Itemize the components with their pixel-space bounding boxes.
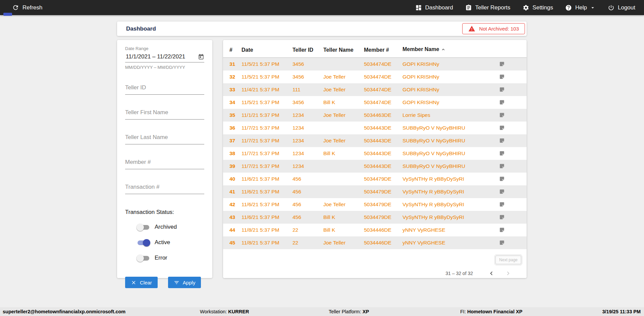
teller-id-cell: 3456 (286, 58, 317, 71)
transaction-number-input[interactable] (125, 182, 204, 194)
nav-help[interactable]: Help (565, 4, 596, 11)
filter-panel: Date Range MM/DD/YYYY – MM/DD/YYYY Trans… (117, 40, 212, 278)
date-range-label: Date Range (125, 46, 204, 51)
archived-toggle-row: Archived (137, 223, 204, 231)
column-header-number[interactable]: # (223, 42, 235, 58)
next-page-icon[interactable] (504, 270, 512, 277)
table-row[interactable]: 3811/7/21 5:37 PM1234Bill K5034443DESUBB… (223, 147, 527, 160)
row-number-cell: 37 (223, 134, 235, 147)
member-name-cell: VySyNTHy R yBByDySyRI (396, 173, 493, 185)
note-icon[interactable] (493, 122, 527, 134)
table-row[interactable]: 4511/8/21 5:37 PM22Joe Teller5034446DEyN… (223, 236, 527, 249)
note-icon[interactable] (493, 211, 527, 224)
transactions-table: # Date Teller ID Teller Name Member # Me… (223, 42, 527, 249)
nav-logout[interactable]: Logout (608, 4, 635, 11)
member-number-cell: 5034479DE (358, 211, 396, 224)
next-page-button[interactable]: Next page (495, 256, 521, 264)
page-header-card: Dashboard Not Archived: 103 (117, 21, 527, 36)
note-icon[interactable] (493, 109, 527, 122)
date-cell: 11/1/21 5:37 PM (235, 109, 286, 122)
table-row[interactable]: 4111/6/21 5:37 PM4565034479DEVySyNTHy R … (223, 185, 527, 198)
table-row[interactable]: 3411/5/21 5:37 PM3456Bill K5034474DEGOPI… (223, 96, 527, 109)
note-icon[interactable] (493, 134, 527, 147)
row-number-cell: 42 (223, 198, 235, 211)
nav-teller-reports[interactable]: Teller Reports (465, 4, 511, 11)
table-row[interactable]: 3111/5/21 5:37 PM34565034474DEGOPI KRISH… (223, 58, 527, 71)
note-icon[interactable] (493, 224, 527, 236)
note-icon[interactable] (493, 147, 527, 160)
clear-button[interactable]: Clear (125, 277, 158, 288)
table-row[interactable]: 3611/7/21 5:37 PM12345034443DESUBByRyO V… (223, 122, 527, 134)
dashboard-icon (415, 4, 422, 11)
pagination-range: 31 – 32 of 32 (445, 271, 473, 276)
row-number-cell: 32 (223, 71, 235, 83)
row-number-cell: 38 (223, 147, 235, 160)
note-icon[interactable] (493, 83, 527, 96)
note-icon[interactable] (493, 71, 527, 83)
column-header-teller-name[interactable]: Teller Name (317, 42, 358, 58)
teller-id-input[interactable] (125, 83, 204, 95)
teller-first-name-input[interactable] (125, 107, 204, 120)
table-row[interactable]: 3211/5/21 5:37 PM3456Joe Teller5034474DE… (223, 71, 527, 83)
member-name-cell: GOPI KRISHNy (396, 83, 493, 96)
note-icon[interactable] (493, 236, 527, 249)
member-name-cell: Lorrie Sipes (396, 109, 493, 122)
teller-last-name-input[interactable] (125, 132, 204, 144)
note-icon[interactable] (493, 185, 527, 198)
member-number-cell: 5034474DE (358, 96, 396, 109)
teller-name-cell: Bill K (317, 96, 358, 109)
table-row[interactable]: 3511/1/21 5:37 PM1234Joe Teller5034463DE… (223, 109, 527, 122)
note-icon[interactable] (493, 160, 527, 173)
table-row[interactable]: 3311/4/21 5:37 PM111Joe Teller5034474DEG… (223, 83, 527, 96)
nav-settings[interactable]: Settings (523, 4, 553, 11)
previous-page-icon[interactable] (488, 270, 495, 277)
table-row[interactable]: 4411/8/21 5:37 PM22Bill K5034446DEyNNY V… (223, 224, 527, 236)
date-cell: 11/5/21 5:37 PM (235, 58, 286, 71)
note-icon[interactable] (493, 173, 527, 185)
status-bar: superteller2@hometownfinancialxp.onmicro… (0, 307, 644, 316)
teller-name-cell: Bill K (317, 147, 358, 160)
table-row[interactable]: 4011/6/21 5:37 PM4565034479DEVySyNTHy R … (223, 173, 527, 185)
settings-icon (523, 4, 529, 11)
teller-id-cell: 456 (286, 198, 317, 211)
active-toggle-row: Active (137, 238, 204, 246)
nav-dashboard[interactable]: Dashboard (415, 4, 453, 11)
teller-name-cell: Joe Teller (317, 198, 358, 211)
table-row[interactable]: 4211/6/21 5:37 PM456Joe Teller5034479DEV… (223, 198, 527, 211)
date-range-input[interactable] (125, 53, 198, 60)
archived-toggle[interactable] (137, 223, 150, 231)
table-row[interactable]: 3711/7/21 5:37 PM1234Joe Teller5034443DE… (223, 134, 527, 147)
note-icon[interactable] (493, 58, 527, 71)
column-header-member-number[interactable]: Member # (358, 42, 396, 58)
teller-name-cell: Joe Teller (317, 236, 358, 249)
table-row[interactable]: 4311/6/21 5:37 PM456Bill K5034479DEVySyN… (223, 211, 527, 224)
table-row[interactable]: 3911/7/21 5:37 PM12345034443DESUBByRyO V… (223, 160, 527, 173)
member-name-cell: GOPI KRISHNy (396, 58, 493, 71)
error-toggle[interactable] (137, 254, 150, 262)
calendar-icon[interactable] (198, 54, 204, 60)
row-number-cell: 45 (223, 236, 235, 249)
not-archived-badge[interactable]: Not Archived: 103 (462, 23, 525, 34)
note-icon[interactable] (493, 198, 527, 211)
active-toggle[interactable] (137, 239, 150, 246)
member-name-cell: yNNY VyRGHESE (396, 224, 493, 236)
member-name-cell: SUBByRyO V NyGyBHIRU (396, 122, 493, 134)
date-cell: 11/7/21 5:37 PM (235, 160, 286, 173)
teller-name-cell (317, 122, 358, 134)
teller-id-cell: 456 (286, 185, 317, 198)
table-header-row: # Date Teller ID Teller Name Member # Me… (223, 42, 527, 58)
column-header-member-name[interactable]: Member Name (396, 42, 493, 58)
note-icon[interactable] (493, 96, 527, 109)
column-header-date[interactable]: Date (235, 42, 286, 58)
apply-button[interactable]: Apply (168, 277, 201, 288)
column-header-actions (493, 42, 527, 58)
member-number-cell: 5034443DE (358, 122, 396, 134)
row-number-cell: 35 (223, 109, 235, 122)
date-cell: 11/6/21 5:37 PM (235, 198, 286, 211)
column-header-teller-id[interactable]: Teller ID (286, 42, 317, 58)
member-number-input[interactable] (125, 157, 204, 169)
teller-platform-info: Teller Platform: XP (329, 309, 369, 314)
teller-name-cell: Joe Teller (317, 71, 358, 83)
refresh-button[interactable]: Refresh (12, 4, 43, 11)
row-number-cell: 43 (223, 211, 235, 224)
